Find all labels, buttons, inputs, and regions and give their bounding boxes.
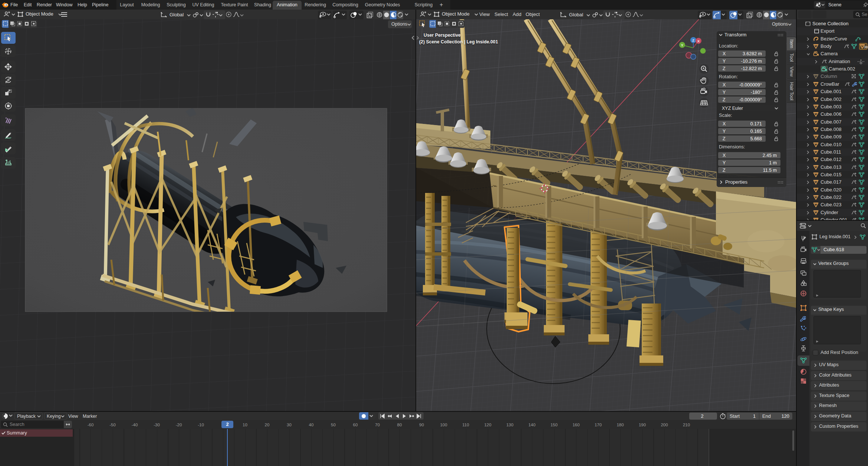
svg-text:Z: Z <box>692 38 694 42</box>
svg-text:Y: Y <box>681 43 684 47</box>
svg-text:X: X <box>697 39 700 43</box>
